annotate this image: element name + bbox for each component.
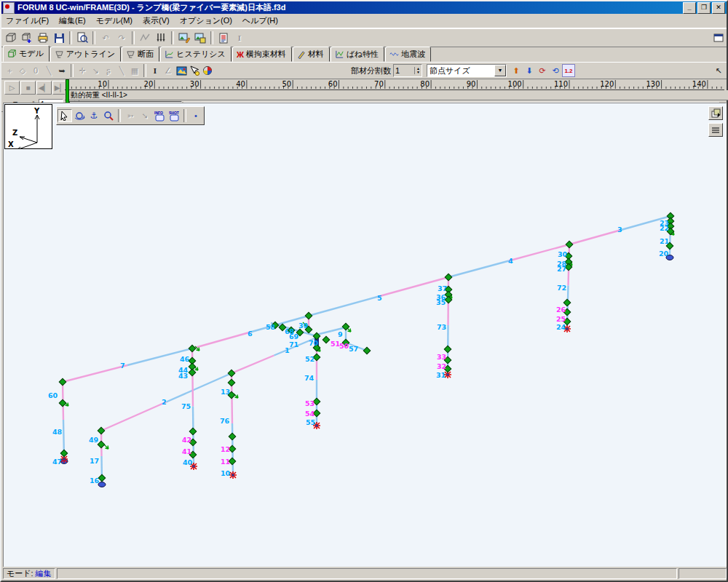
play-button[interactable]: ▷ [4,81,20,95]
tab-material[interactable]: 材料 [293,47,330,62]
window-title: FORUM 8 UC-win/FRAME(3D) - ランプ橋(梁ファイバー要素… [17,2,681,13]
svg-text:70: 70 [309,339,319,347]
select-cursor-button[interactable] [58,109,72,122]
add-model-button[interactable] [19,31,35,45]
menu-view[interactable]: 表示(V) [143,15,170,26]
pan-anchor-button[interactable]: ⚓ [87,109,101,122]
diagonal-member-button[interactable]: ↘ [89,64,102,77]
svg-text:13: 13 [221,388,230,396]
restore-button[interactable]: ❐ [697,2,711,14]
member-tool-button[interactable]: ╲ [115,64,128,77]
pointer-mode-button[interactable]: ↖ [712,64,725,77]
section-assign-button[interactable]: I [149,64,162,77]
step-back-button[interactable]: ◀▏ [36,81,52,95]
line-tool-button[interactable]: ╲ [42,64,55,77]
timeline-ruler[interactable]: 102030405060708090100110120130140 [65,79,724,90]
minimize-button[interactable]: _ [683,2,696,14]
impact-load-button[interactable] [153,31,169,45]
svg-text:69: 69 [289,332,298,340]
tab-model[interactable]: モデル [3,45,50,62]
rotate-view-button[interactable]: ⟲ [549,64,562,77]
curve-tool-button[interactable] [137,31,153,45]
svg-text:41: 41 [182,447,191,455]
svg-text:30: 30 [190,80,199,88]
viewport-corner-buttons [708,106,723,137]
info-button[interactable]: INFO [152,109,167,122]
rotate-view-button[interactable] [72,109,87,122]
svg-text:6: 6 [248,330,253,338]
cross-tool-button[interactable]: ✛ [76,64,89,77]
save-button[interactable] [51,31,67,45]
new-model-button[interactable] [3,31,19,45]
tab-section[interactable]: 断面 [122,47,159,62]
dropdown-arrow-icon[interactable]: ▼ [494,65,506,76]
zoom-button[interactable] [101,109,116,122]
tab-spring-property[interactable]: ばね特性 [331,47,385,62]
menu-options[interactable]: オプション(O) [180,15,232,26]
node-size-dropdown[interactable]: 節点サイズ ▼ [427,64,507,77]
svg-text:12: 12 [221,445,230,453]
window-panel-button[interactable] [712,31,725,44]
measure-button[interactable]: ➳ [123,109,138,122]
spring-tool-button[interactable]: ʂ [102,64,115,77]
delete-node-button[interactable]: ◇ [16,64,29,77]
list-button[interactable] [708,123,723,137]
menu-edit[interactable]: 編集(E) [59,15,86,26]
model-viewport[interactable]: 6048474917167246444375424140137612111016… [3,103,727,570]
report-button[interactable] [215,31,232,45]
grid-tool-button[interactable]: ▦ [128,64,141,77]
outline-cup-icon [55,50,64,59]
menu-help[interactable]: ヘルプ(H) [242,15,278,26]
svg-text:24: 24 [556,323,566,331]
svg-text:60: 60 [328,80,338,88]
zero-button[interactable]: 0 [29,64,42,77]
image-save-button[interactable] [192,31,208,45]
shot-badge: SHOT [169,111,179,115]
spinner-arrows[interactable]: ▲▼ [414,67,422,74]
angle-tool-button[interactable]: ∠ [162,64,175,77]
map-icon [176,66,187,76]
add-node-button[interactable]: ＋ [3,64,16,77]
svg-text:27: 27 [557,265,566,273]
section-ibeam-button[interactable]: I [232,31,248,45]
view-settings-button[interactable] [175,64,188,77]
image-edit-button[interactable] [176,31,192,45]
refresh-view-button[interactable]: ⟳ [536,64,549,77]
title-bar: FORUM 8 UC-win/FRAME(3D) - ランプ橋(梁ファイバー要素… [1,1,727,14]
tab-outline[interactable]: アウトライン [50,47,122,62]
svg-text:90: 90 [467,80,476,88]
node-pick-button[interactable]: ➘ [138,109,152,122]
tab-hysteresis[interactable]: ヒステリシス [160,47,232,62]
stop-button[interactable]: ■ [20,81,36,95]
close-button[interactable]: ✕ [712,2,725,14]
print-preview-button[interactable] [74,31,90,45]
svg-text:16: 16 [90,477,100,485]
redo-button[interactable]: ↷ [114,31,130,45]
division-spinner[interactable]: 1 ▲▼ [393,64,422,77]
snapshot-button[interactable]: SHOT [167,109,181,122]
mode-label: モード: [7,568,33,579]
scale-12-button[interactable]: 1.2 [562,64,575,77]
svg-text:33: 33 [437,353,446,361]
node-size-up-button[interactable]: ⬆ [510,64,523,77]
svg-text:32: 32 [437,362,446,370]
svg-text:11: 11 [221,458,230,466]
menu-file[interactable]: ファイル(F) [6,15,49,26]
color-legend-button[interactable] [201,64,214,77]
svg-text:2: 2 [162,398,167,406]
magnifier-icon [103,111,114,121]
window-icon [713,33,724,42]
menu-model[interactable]: モデル(M) [96,15,132,26]
print-button[interactable] [35,31,51,45]
playback-controls: ▷ ■ ◀▏ ▶▏ [4,81,68,95]
layers-button[interactable] [708,106,723,120]
undo-button[interactable]: ↶ [98,31,114,45]
tab-seismic-wave[interactable]: 地震波 [385,47,431,62]
mode-pane: モード: 編集 [3,568,55,579]
pick-info-button[interactable] [188,64,201,77]
tab-lateral-restraint-material[interactable]: Ж 横拘束材料 [232,47,292,62]
more-button[interactable]: • [189,109,203,122]
drop-node-button[interactable]: ➥ [55,64,68,77]
polyline-icon [139,32,151,44]
node-size-down-button[interactable]: ⬇ [523,64,536,77]
